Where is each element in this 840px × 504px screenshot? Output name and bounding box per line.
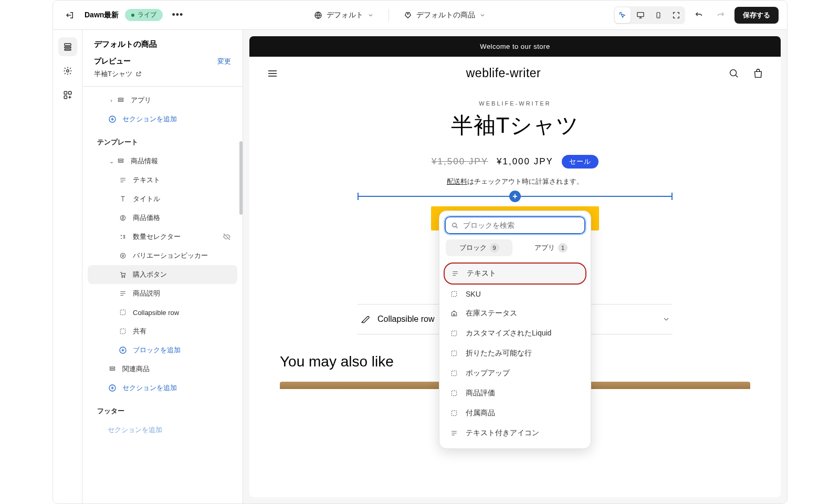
add-section-button-2[interactable]: セクションを追加 <box>88 379 237 397</box>
insert-plus-icon[interactable]: + <box>509 191 521 202</box>
block-price[interactable]: 商品価格 <box>88 208 237 227</box>
exit-icon[interactable] <box>61 7 78 24</box>
svg-rect-8 <box>64 91 67 94</box>
svg-rect-32 <box>452 371 456 375</box>
tree-item-product-info[interactable]: ⌄ 商品情報 <box>88 152 237 171</box>
hidden-icon <box>223 233 231 241</box>
svg-rect-10 <box>64 96 67 99</box>
template-selector[interactable]: デフォルト <box>314 10 374 20</box>
block-picker-popup: ブロック9 アプリ1 テキスト SKU 在庫ステータス カスタマイズされたLiq… <box>439 211 591 449</box>
svg-rect-22 <box>120 329 125 333</box>
change-preview-link[interactable]: 変更 <box>217 57 231 66</box>
resource-selector[interactable]: デフォルトの商品 <box>404 10 486 20</box>
svg-rect-15 <box>118 161 123 162</box>
add-section-button[interactable]: セクションを追加 <box>88 110 237 129</box>
block-search-field[interactable] <box>445 216 585 234</box>
svg-rect-30 <box>452 331 456 335</box>
svg-rect-34 <box>452 411 456 415</box>
insert-indicator: + <box>358 196 673 197</box>
theme-settings-icon[interactable] <box>58 61 77 80</box>
block-text[interactable]: テキスト <box>88 171 237 190</box>
current-price: ¥1,000 JPY <box>497 156 553 167</box>
announcement-bar: Welcome to our store <box>249 36 781 57</box>
mobile-icon[interactable] <box>650 7 666 23</box>
svg-rect-33 <box>452 391 456 395</box>
status-badge: ライブ <box>125 9 163 21</box>
top-bar: Dawn最新 ライブ ••• デフォルト デフォルトの商品 <box>53 1 787 30</box>
save-button[interactable]: 保存する <box>734 7 779 24</box>
sections-tab-icon[interactable] <box>58 37 77 56</box>
svg-point-27 <box>730 69 737 76</box>
block-description[interactable]: 商品説明 <box>88 284 237 303</box>
popup-tab-apps[interactable]: アプリ1 <box>518 239 584 256</box>
inspector-icon[interactable] <box>615 7 631 23</box>
popup-item-complementary[interactable]: 付属商品 <box>444 403 586 423</box>
preview-product-link[interactable]: 半袖Tシャツ <box>94 69 231 79</box>
popup-item-stock[interactable]: 在庫ステータス <box>444 303 586 323</box>
popup-item-popup[interactable]: ポップアップ <box>444 363 586 383</box>
search-icon[interactable] <box>728 68 740 79</box>
preview-canvas: Welcome to our store weblife-writer WEBL… <box>243 30 787 503</box>
svg-rect-14 <box>118 159 123 160</box>
compare-price: ¥1,500 JPY <box>432 156 488 167</box>
popup-item-rating[interactable]: 商品評価 <box>444 383 586 403</box>
svg-rect-2 <box>637 12 644 16</box>
popup-tab-blocks[interactable]: ブロック9 <box>446 239 512 256</box>
scrollbar-thumb[interactable] <box>239 141 243 215</box>
desktop-icon[interactable] <box>633 7 648 23</box>
apps-icon[interactable] <box>58 86 77 104</box>
block-quantity[interactable]: 数量セレクター <box>88 227 237 246</box>
block-collapsible-row[interactable]: Collapsible row <box>88 303 237 322</box>
svg-rect-11 <box>118 98 123 99</box>
undo-icon[interactable] <box>690 7 707 24</box>
add-block-button[interactable]: ブロックを追加 <box>88 341 237 360</box>
price-row: ¥1,500 JPY ¥1,000 JPY セール <box>249 155 781 169</box>
popup-item-liquid[interactable]: カスタマイズされたLiquid <box>444 323 586 343</box>
hamburger-icon[interactable] <box>266 67 279 80</box>
svg-rect-6 <box>65 49 71 50</box>
more-menu-icon[interactable]: ••• <box>169 7 186 24</box>
redo-icon <box>712 7 729 24</box>
svg-point-18 <box>122 255 124 257</box>
nav-rail <box>53 30 82 503</box>
block-title[interactable]: タイトル <box>88 190 237 208</box>
popup-item-collapsible[interactable]: 折りたたみ可能な行 <box>444 343 586 363</box>
svg-point-7 <box>66 70 69 72</box>
footer-heading: フッター <box>88 402 237 421</box>
svg-rect-24 <box>110 367 114 368</box>
block-search-input[interactable] <box>463 221 579 229</box>
block-variant-picker[interactable]: バリエーションピッカー <box>88 246 237 265</box>
popup-item-icon-text[interactable]: テキスト付きアイコン <box>444 423 586 443</box>
svg-point-20 <box>124 277 125 278</box>
svg-rect-9 <box>68 91 71 94</box>
product-title: 半袖Tシャツ <box>249 111 781 140</box>
device-preview-group <box>614 6 685 24</box>
theme-name[interactable]: Dawn最新 <box>85 10 119 20</box>
sections-sidebar: デフォルトの商品 プレビュー 変更 半袖Tシャツ › アプリ <box>82 30 243 503</box>
tree-item-related[interactable]: 関連商品 <box>88 360 237 379</box>
cart-icon[interactable] <box>752 68 764 79</box>
shipping-note: 配送料はチェックアウト時に計算されます。 <box>249 177 781 186</box>
tree-item-app[interactable]: › アプリ <box>88 91 237 110</box>
chevron-down-icon <box>662 315 670 323</box>
svg-point-1 <box>407 13 408 14</box>
svg-rect-31 <box>452 351 456 355</box>
svg-rect-4 <box>65 44 71 46</box>
svg-rect-12 <box>118 100 123 101</box>
sidebar-title: デフォルトの商品 <box>94 39 231 49</box>
fullscreen-icon[interactable] <box>668 7 684 23</box>
block-buy-buttons[interactable]: 購入ボタン <box>88 265 237 284</box>
svg-point-28 <box>453 223 457 227</box>
svg-rect-25 <box>110 369 114 370</box>
add-section-footer[interactable]: セクションを追加 <box>88 421 237 439</box>
product-vendor: WEBLIFE-WRITER <box>249 100 781 107</box>
sale-badge: セール <box>562 155 598 169</box>
popup-item-text[interactable]: テキスト <box>444 262 586 285</box>
store-name[interactable]: weblife-writer <box>466 66 541 80</box>
popup-item-sku[interactable]: SKU <box>444 285 586 303</box>
svg-rect-21 <box>120 310 125 314</box>
svg-rect-5 <box>65 47 71 48</box>
block-share[interactable]: 共有 <box>88 322 237 341</box>
preview-label: プレビュー <box>94 57 131 66</box>
svg-rect-29 <box>452 291 456 296</box>
